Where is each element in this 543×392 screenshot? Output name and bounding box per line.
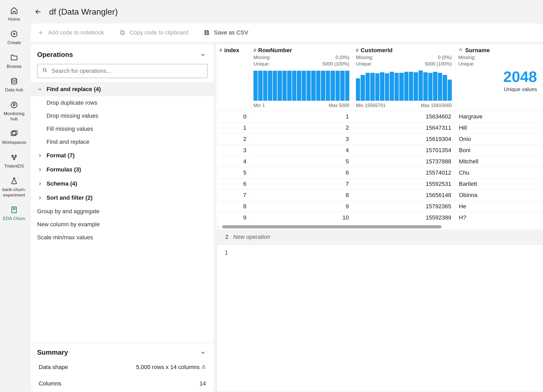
plus-circle-icon [9, 29, 19, 39]
nav-create-label: Create [7, 40, 21, 45]
scroll-thumb[interactable] [222, 225, 442, 228]
copy-code-label: Copy code to clipboard [130, 29, 188, 36]
svg-point-2 [11, 102, 17, 108]
table-row[interactable]: 5615574012Chu [216, 167, 543, 178]
histogram-bar [273, 71, 277, 101]
operations-search[interactable] [37, 64, 207, 78]
number-type-icon: # [356, 48, 359, 53]
chevron-right-icon [37, 167, 43, 173]
histogram-bar [395, 73, 399, 101]
cell-surname: He [455, 201, 543, 212]
table-row[interactable]: 8915792365He [216, 201, 543, 212]
meta-unique-label: Unique: [458, 61, 475, 67]
nav-home[interactable]: Home [0, 3, 28, 25]
cell-index: 0 [216, 111, 250, 122]
meta-missing-label: Missing: [458, 55, 476, 60]
table-row[interactable]: 1215647311Hill [216, 122, 543, 133]
histogram-rownumber [253, 69, 349, 101]
op-group-formulas[interactable]: Formulas (3) [31, 163, 214, 177]
histogram-bar [268, 71, 272, 101]
op-drop-duplicate-rows[interactable]: Drop duplicate rows [31, 96, 214, 109]
cell-rownumber: 5 [250, 156, 353, 167]
scroll-track[interactable] [220, 225, 543, 229]
add-code-label: Add code to notebook [48, 29, 104, 36]
data-grid: #index #RowNumber Missing:0 (0%) Unique:… [216, 44, 543, 229]
nav-tridentds[interactable]: TridentDS [0, 150, 28, 171]
col-header-customerid[interactable]: #CustomerId Missing:0 (0%) Unique:5000 (… [353, 44, 455, 111]
back-button[interactable] [33, 7, 43, 16]
save-csv-button[interactable]: Save as CSV [203, 29, 248, 36]
svg-rect-3 [11, 132, 16, 136]
cell-customerid: 15792365 [353, 201, 455, 212]
horizontal-scrollbar[interactable] [216, 224, 543, 229]
op-new-column-example[interactable]: New column by example [31, 218, 214, 231]
table-row[interactable]: 0115634602Hargrave [216, 111, 543, 122]
col-name: RowNumber [258, 47, 292, 54]
col-name: CustomerId [361, 47, 392, 54]
table-row[interactable]: 7815656148Obinna [216, 189, 543, 201]
histogram-bar [287, 71, 291, 101]
operations-header[interactable]: Operations [31, 44, 214, 62]
cell-surname: Mitchell [455, 156, 543, 167]
svg-point-7 [14, 158, 15, 159]
op-group-sortfilter[interactable]: Sort and filter (2) [31, 191, 214, 205]
col-header-surname[interactable]: Surname Missing: Unique: 2048 Unique val… [455, 44, 543, 111]
cell-rownumber: 6 [250, 167, 353, 178]
scroll-left-icon [216, 225, 220, 229]
histogram-bar [433, 72, 437, 101]
nav-datahub[interactable]: Data hub [0, 74, 28, 95]
database-icon [9, 76, 19, 86]
compass-icon [9, 100, 19, 110]
histogram-bar [321, 71, 325, 101]
add-code-button[interactable]: Add code to notebook [37, 29, 104, 36]
op-group-label: Find and replace (4) [47, 86, 101, 93]
cell-customerid: 15574012 [353, 167, 455, 178]
col-header-index[interactable]: #index [216, 44, 250, 111]
op-fill-missing-values[interactable]: Fill missing values [31, 122, 214, 135]
cell-customerid: 15592389 [353, 212, 455, 223]
nav-create[interactable]: Create [0, 27, 28, 48]
number-type-icon: # [219, 48, 222, 53]
summary-row-columns: Columns 14 [31, 376, 214, 392]
histogram-bar [258, 71, 262, 101]
histogram-bar [356, 78, 360, 101]
table-row[interactable]: 6715592531Bartlett [216, 178, 543, 189]
flask-icon [9, 176, 19, 186]
hist-max: Max 5000 [329, 103, 349, 108]
op-group-label: Schema (4) [47, 180, 77, 187]
unique-count-label: Unique values [458, 86, 540, 92]
op-find-and-replace[interactable]: Find and replace [31, 135, 214, 149]
code-editor[interactable]: 1 [216, 245, 543, 392]
op-scale-minmax[interactable]: Scale min/max values [31, 231, 214, 244]
nav-workspaces-label: Workspaces [2, 140, 26, 145]
search-icon [42, 67, 48, 75]
copy-code-button[interactable]: Copy code to clipboard [119, 29, 188, 36]
nav-monitoring[interactable]: Monitoring hub [0, 98, 28, 124]
summary-header[interactable]: Summary [31, 343, 214, 359]
nav-browse[interactable]: Browse [0, 50, 28, 72]
histogram-bar [336, 71, 340, 101]
cell-surname: Obinna [455, 190, 543, 201]
op-drop-missing-values[interactable]: Drop missing values [31, 109, 214, 122]
histogram-bar [419, 70, 423, 101]
table-row[interactable]: 91015592389H? [216, 212, 543, 223]
nav-rail: Home Create Browse Data hub Monitoring h… [0, 0, 28, 392]
op-group-schema[interactable]: Schema (4) [31, 177, 214, 191]
col-header-rownumber[interactable]: #RowNumber Missing:0 (0%) Unique:5000 (1… [250, 44, 353, 111]
op-group-by-aggregate[interactable]: Group by and aggregate [31, 205, 214, 218]
chevron-right-icon [37, 181, 43, 187]
nav-workspaces[interactable]: Workspaces [0, 126, 28, 148]
histogram-bar [307, 71, 311, 101]
nav-bankchurn[interactable]: bank-churn-experiment [0, 174, 28, 200]
table-row[interactable]: 3415701354Boni [216, 145, 543, 156]
nav-edachurn[interactable]: EDA Churn [0, 203, 28, 224]
search-input[interactable] [51, 68, 203, 74]
hist-max: Max 15815660 [421, 103, 452, 108]
table-row[interactable]: 4515737888Mitchell [216, 156, 543, 167]
toolbar: Add code to notebook Copy code to clipbo… [31, 23, 543, 42]
svg-point-1 [11, 78, 17, 80]
op-group-findreplace[interactable]: Find and replace (4) [31, 82, 214, 96]
table-row[interactable]: 2315619304Onio [216, 133, 543, 145]
op-group-format[interactable]: Format (7) [31, 149, 214, 163]
cell-surname: Hargrave [455, 111, 543, 122]
